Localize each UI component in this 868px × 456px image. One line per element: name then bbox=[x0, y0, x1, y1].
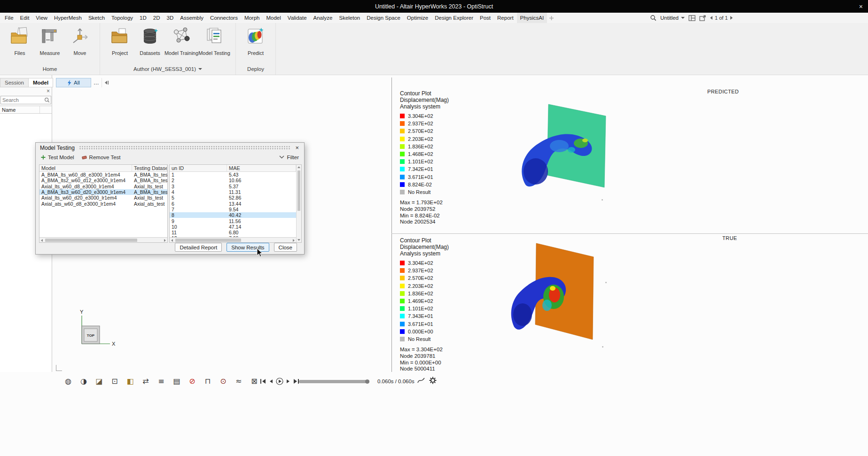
pager-prev-icon[interactable] bbox=[710, 16, 712, 20]
isolate-selection-icon[interactable]: ⊡ bbox=[109, 376, 120, 387]
menu-item[interactable]: PhysicsAI bbox=[517, 13, 547, 23]
search-icon[interactable] bbox=[650, 15, 657, 21]
run-table-hscrollbar[interactable] bbox=[170, 237, 296, 242]
tab-model[interactable]: Model bbox=[29, 78, 53, 87]
menu-item[interactable]: Topology bbox=[108, 13, 136, 23]
show-results-button[interactable]: Show Results bbox=[227, 243, 269, 252]
run-row[interactable]: 9 11.56 bbox=[170, 218, 296, 224]
column-header-model[interactable]: Model bbox=[39, 165, 132, 171]
viewport-predicted-model[interactable] bbox=[489, 101, 625, 197]
view-cube[interactable]: TOP bbox=[82, 326, 100, 344]
model-row[interactable]: Axial_lts_w60_d8_e3000_lr1em4 Axial_lts_… bbox=[39, 184, 167, 189]
viewport-divider-vertical[interactable] bbox=[391, 77, 392, 372]
viewport-divider-horizontal[interactable] bbox=[391, 233, 868, 234]
model-table-hscrollbar[interactable] bbox=[39, 237, 167, 242]
scroll-down-icon[interactable] bbox=[297, 239, 300, 241]
scrollbar-thumb[interactable] bbox=[175, 239, 241, 242]
remove-test-button[interactable]: Remove Test bbox=[82, 155, 121, 160]
tool-project[interactable]: Project bbox=[105, 25, 135, 56]
menu-item[interactable]: Assembly bbox=[177, 13, 207, 23]
menu-item[interactable]: Analyze bbox=[310, 13, 336, 23]
menu-item[interactable]: Skeleton bbox=[336, 13, 363, 23]
ribbon-group-label-author[interactable]: Author (HW_SESS3_001) bbox=[105, 63, 231, 75]
menu-item[interactable]: Connectors bbox=[207, 13, 241, 23]
lock-view-icon[interactable]: ⊠ bbox=[249, 376, 260, 387]
run-row[interactable]: 1 5.43 bbox=[170, 172, 296, 178]
tree-header[interactable]: Name bbox=[0, 106, 52, 114]
tool-datasets[interactable]: Datasets bbox=[135, 25, 165, 56]
animation-curve-icon[interactable] bbox=[417, 377, 425, 386]
step-forward-icon[interactable] bbox=[285, 379, 291, 384]
model-row[interactable]: Axial_ats_w60_d8_e3000_lr1em4 Axial_ats_… bbox=[39, 201, 167, 206]
scroll-right-icon[interactable] bbox=[293, 239, 295, 242]
menu-item[interactable]: 1D bbox=[136, 13, 150, 23]
run-row[interactable]: 10 47.14 bbox=[170, 224, 296, 230]
panel-close-button[interactable]: × bbox=[47, 88, 50, 94]
run-row[interactable]: 7 9.54 bbox=[170, 207, 296, 212]
dialog-close-button[interactable]: × bbox=[294, 144, 300, 151]
tool-files[interactable]: Files bbox=[5, 25, 35, 56]
filter-all-button[interactable]: All bbox=[56, 78, 91, 87]
menu-item[interactable]: Morph bbox=[241, 13, 263, 23]
animation-slider[interactable] bbox=[299, 380, 369, 383]
model-row[interactable]: Axial_lts_w60_d20_e3000_lr1em4 Axial_lts… bbox=[39, 195, 167, 201]
model-row[interactable]: A_BMA_lts_w60_d8_e3000_lr1em4 A_BMA_lts_… bbox=[39, 172, 167, 178]
close-button[interactable]: Close bbox=[274, 243, 297, 252]
model-row[interactable]: A_BMA_lts3_w60_d20_e3000_lr1em4 A_BMA_lt… bbox=[39, 189, 167, 195]
record-icon[interactable]: ⊘ bbox=[187, 376, 198, 387]
tool-model-testing[interactable]: Model Testing bbox=[198, 25, 231, 56]
column-header-dataset[interactable]: Testing Dataset bbox=[132, 165, 167, 171]
run-row[interactable]: 6 13.44 bbox=[170, 201, 296, 206]
more-options-button[interactable]: … bbox=[91, 78, 102, 87]
menu-item[interactable]: View bbox=[32, 13, 51, 23]
run-table-vscrollbar[interactable] bbox=[296, 164, 302, 243]
tab-session[interactable]: Session bbox=[0, 78, 29, 87]
menu-item[interactable]: Validate bbox=[284, 13, 310, 23]
add-ribbon-icon[interactable] bbox=[549, 15, 554, 21]
layout-grid-icon[interactable] bbox=[688, 15, 696, 21]
collapse-panel-button[interactable] bbox=[102, 78, 111, 87]
menu-item[interactable]: 3D bbox=[164, 13, 177, 23]
share-window-icon[interactable] bbox=[699, 15, 706, 21]
filter-button[interactable]: Filter bbox=[279, 155, 299, 160]
column-header-mae[interactable]: MAE bbox=[227, 165, 296, 171]
skip-end-icon[interactable] bbox=[293, 378, 299, 385]
feature-brush-icon[interactable]: ◪ bbox=[94, 376, 105, 387]
scrollbar-thumb[interactable] bbox=[45, 239, 137, 242]
menu-item[interactable]: Post bbox=[477, 13, 494, 23]
menu-item[interactable]: Edit bbox=[17, 13, 33, 23]
menu-item[interactable]: Design Space bbox=[363, 13, 404, 23]
slider-thumb[interactable] bbox=[365, 379, 369, 384]
measure-tool-icon[interactable]: ⊓ bbox=[202, 376, 213, 387]
scroll-left-icon[interactable] bbox=[41, 239, 43, 242]
play-icon[interactable] bbox=[276, 378, 283, 385]
menu-item[interactable]: Optimize bbox=[404, 13, 431, 23]
run-row[interactable]: 11 6.80 bbox=[170, 230, 296, 235]
plot-curve-icon[interactable]: ≈ bbox=[233, 376, 244, 387]
view-controls-icon[interactable]: ◍ bbox=[63, 376, 74, 387]
test-model-button[interactable]: Test Model bbox=[41, 155, 74, 160]
gear-icon[interactable] bbox=[429, 377, 437, 386]
entity-attributes-icon[interactable]: ◧ bbox=[125, 376, 136, 387]
window-close-button[interactable]: × bbox=[859, 0, 863, 13]
menu-item[interactable]: File bbox=[1, 13, 17, 23]
run-row[interactable]: 8 40.42 bbox=[170, 212, 296, 218]
probe-icon[interactable]: ⊙ bbox=[218, 376, 229, 387]
scroll-up-icon[interactable] bbox=[297, 166, 300, 168]
menu-item[interactable]: Report bbox=[494, 13, 517, 23]
menu-item[interactable]: HyperMesh bbox=[51, 13, 85, 23]
scroll-right-icon[interactable] bbox=[164, 239, 166, 242]
tool-measure[interactable]: Measure bbox=[35, 25, 65, 56]
tool-predict[interactable]: Predict bbox=[241, 25, 271, 56]
viewport-true-model[interactable] bbox=[484, 235, 625, 348]
menu-item[interactable]: 2D bbox=[150, 13, 164, 23]
step-back-icon[interactable] bbox=[268, 379, 274, 384]
scrollbar-thumb[interactable] bbox=[297, 170, 300, 211]
display-options-icon[interactable]: ≡ bbox=[156, 376, 167, 387]
menu-item[interactable]: Model bbox=[263, 13, 284, 23]
tool-model-training[interactable]: Model Training bbox=[165, 25, 198, 56]
session-selector[interactable]: Untitled bbox=[660, 15, 685, 21]
menu-item[interactable]: Sketch bbox=[85, 13, 108, 23]
scroll-left-icon[interactable] bbox=[171, 239, 173, 242]
detailed-report-button[interactable]: Detailed Report bbox=[175, 243, 222, 252]
